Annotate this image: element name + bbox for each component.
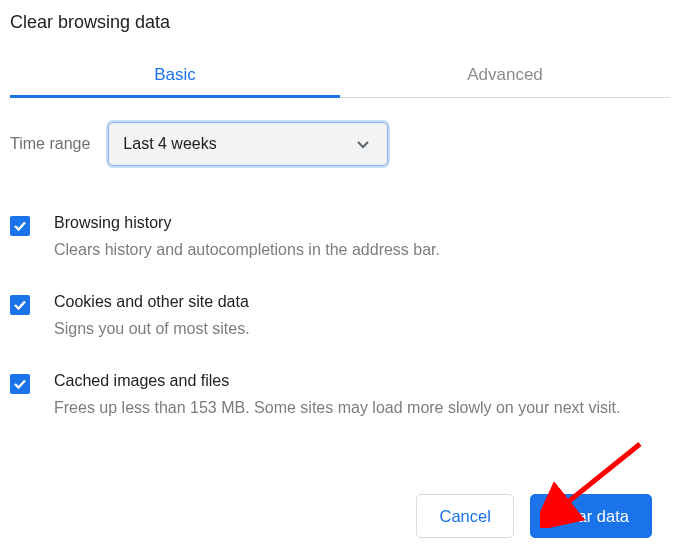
tab-label: Advanced [467,65,543,84]
tabs: Basic Advanced [10,51,670,98]
option-cookies: Cookies and other site data Signs you ou… [10,277,670,356]
option-title: Browsing history [54,214,440,232]
tab-basic[interactable]: Basic [10,51,340,97]
time-range-value: Last 4 weeks [123,135,216,153]
checkbox-cookies[interactable] [10,295,30,315]
tab-advanced[interactable]: Advanced [340,51,670,97]
clear-browsing-data-dialog: Clear browsing data Basic Advanced Time … [0,0,680,436]
dialog-title: Clear browsing data [10,8,670,51]
option-text: Cached images and files Frees up less th… [54,372,620,419]
cancel-button[interactable]: Cancel [416,494,513,538]
check-icon [13,219,27,233]
check-icon [13,377,27,391]
option-text: Cookies and other site data Signs you ou… [54,293,250,340]
checkbox-cache[interactable] [10,374,30,394]
tab-label: Basic [154,65,196,84]
time-range-select[interactable]: Last 4 weeks [108,122,388,166]
option-description: Clears history and autocompletions in th… [54,238,440,261]
option-description: Frees up less than 153 MB. Some sites ma… [54,396,620,419]
option-description: Signs you out of most sites. [54,317,250,340]
option-browsing-history: Browsing history Clears history and auto… [10,198,670,277]
dialog-footer: Cancel Clear data [416,494,652,538]
options-list: Browsing history Clears history and auto… [10,176,670,436]
button-label: Clear data [553,507,629,526]
check-icon [13,298,27,312]
checkbox-browsing-history[interactable] [10,216,30,236]
chevron-down-icon [357,135,369,153]
option-cache: Cached images and files Frees up less th… [10,356,670,435]
option-title: Cookies and other site data [54,293,250,311]
option-title: Cached images and files [54,372,620,390]
clear-data-button[interactable]: Clear data [530,494,652,538]
button-label: Cancel [439,507,490,526]
time-range-label: Time range [10,135,90,153]
option-text: Browsing history Clears history and auto… [54,214,440,261]
time-range-row: Time range Last 4 weeks [10,98,670,176]
